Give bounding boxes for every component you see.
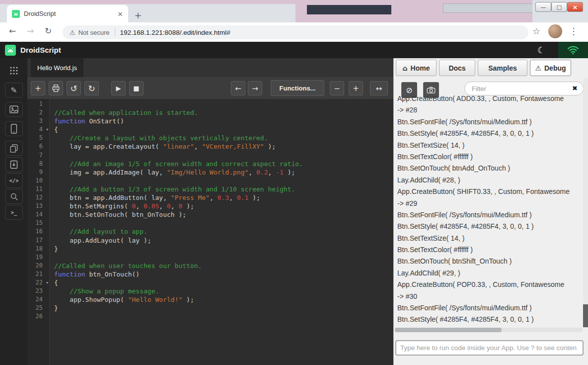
code-line[interactable]: function OnStart() [54,117,393,126]
code-line[interactable]: //Show a popup message. [54,287,393,296]
tab-debug[interactable]: ⚠ Debug [530,60,571,76]
code-line[interactable]: app.ShowPopup( "Hello World!" ); [54,296,393,304]
log-line[interactable]: Btn.SetFontFile( /Sys/fonts/mui/Medium.t… [397,116,582,128]
copy-button[interactable] [5,141,23,156]
close-window-button[interactable]: × [567,2,583,12]
code-snippets-button[interactable]: </> [5,173,23,188]
search-button[interactable] [5,189,23,204]
font-increase-button[interactable]: + [349,81,363,95]
log-line[interactable]: Btn.SetOnTouch( btnShift_OnTouch ) [397,256,582,267]
redo-button[interactable]: ↻ [84,81,99,95]
log-horizontal-scrollbar-thumb[interactable] [395,328,502,332]
file-tab[interactable]: Hello World.js [31,58,83,77]
log-line[interactable]: -> #30 [397,291,582,302]
undo-button[interactable]: ↺ [67,81,81,95]
code-line[interactable] [54,152,393,160]
code-line[interactable] [54,177,393,185]
code-line[interactable] [54,219,393,228]
log-line[interactable]: -> #29 [397,198,582,209]
log-line[interactable]: Btn.SetStyle( #4285F4, #4285F4, 3, 0, 0,… [397,128,582,139]
debug-log[interactable]: App.CreateButton( ADD0.33, , Custom, Fon… [397,93,582,326]
code-line[interactable] [54,100,393,109]
log-line[interactable]: Btn.SetStyle( #4285F4, #4285F4, 3, 0, 0,… [397,314,582,325]
tab-samples[interactable]: Samples [478,60,527,76]
log-line[interactable]: Lay.AddChild( #29, ) [397,268,582,279]
media-button[interactable] [5,102,23,117]
code-line[interactable]: //Add an image 1/5 of screen width and c… [54,160,393,169]
bookmark-star-icon[interactable]: ☆ [532,26,540,36]
log-line[interactable]: App.CreateButton( SHIFT0.33, , Custom, F… [397,186,582,197]
edit-button[interactable]: ✎ [5,83,23,97]
log-line[interactable]: Btn.SetTextColor( #ffffff ) [397,244,582,256]
run-button[interactable]: ▶ [111,81,126,95]
code-line[interactable]: //Add a button 1/3 of screen width and 1… [54,185,393,194]
filter-clear-icon[interactable]: ✖ [572,85,578,92]
log-line[interactable]: Btn.SetTextColor( #ffffff ) [397,151,582,163]
tab-close-icon[interactable]: × [117,10,123,18]
log-line[interactable]: Btn.SetStyle( #4285F4, #4285F4, 3, 0, 0,… [397,221,582,232]
code-line[interactable]: app.AddLayout( lay ); [54,237,393,245]
security-label[interactable]: Not secure [78,29,110,36]
code-line[interactable]: } [54,304,393,313]
tab-home[interactable]: ⌂ Home [396,60,437,76]
code-line[interactable] [54,313,393,321]
code-line[interactable] [54,254,393,262]
font-decrease-button[interactable]: − [330,81,344,95]
code-line[interactable]: btn.SetMargins( 0, 0.05, 0, 0 ); [54,202,393,211]
log-line[interactable]: -> #28 [397,104,582,116]
log-line[interactable]: App.CreateButton( ADD0.33, , Custom, Fon… [397,93,582,104]
apk-export-button[interactable] [5,157,23,172]
url-text[interactable]: 192.168.1.221:8088/.edit/index.html# [120,29,230,36]
fold-marker-icon[interactable]: ▾ [46,280,48,285]
log-line[interactable]: App.CreateButton( POP0.33, , Custom, Fon… [397,279,582,290]
console-input[interactable] [395,340,584,356]
code-line[interactable]: img = app.AddImage( lay, "Img/Hello Worl… [54,169,393,177]
dark-mode-moon-icon[interactable]: ☾ [537,45,545,55]
code-editor[interactable]: 1234▾5678910111213141516171819202122▾232… [27,99,393,365]
log-line[interactable]: Lay.AddChild( #28, ) [397,175,582,186]
log-line[interactable]: Btn.SetFontFile( /Sys/fonts/mui/Medium.t… [397,302,582,314]
code-line[interactable]: //Called when application is started. [54,109,393,117]
publish-button[interactable] [49,81,63,95]
tab-debug-label: Debug [544,64,566,72]
functions-dropdown[interactable]: Functions... [271,80,324,96]
log-line[interactable]: Btn.SetFontFile( /Sys/fonts/mui/Medium.t… [397,209,582,221]
code-line[interactable]: //Create a layout with objects verticall… [54,134,393,143]
log-line[interactable]: Btn.SetTextSize( 14, ) [397,140,582,151]
back-icon[interactable]: ← [9,26,16,36]
code-line[interactable]: btn.SetOnTouch( btn_OnTouch ); [54,211,393,219]
code-line[interactable]: //Add layout to app. [54,228,393,236]
nav-forward-button[interactable]: → [248,81,262,95]
browser-menu-icon[interactable]: ⋮ [569,26,578,36]
stop-button[interactable]: ■ [129,81,144,95]
browser-tab[interactable]: DroidScript × [7,5,128,22]
device-preview-button[interactable] [5,121,23,136]
nav-back-button[interactable]: ← [231,81,245,95]
code-line[interactable]: { [54,126,393,134]
code-line[interactable]: lay = app.CreateLayout( "linear", "VCent… [54,143,393,151]
reload-icon[interactable]: ↻ [45,26,52,36]
maximize-button[interactable]: □ [551,2,567,12]
tab-docs[interactable]: Docs [439,60,475,76]
log-vertical-scrollbar[interactable] [583,78,588,328]
avatar[interactable] [548,24,562,38]
log-line[interactable]: Btn.SetTextSize( 14, ) [397,233,582,244]
terminal-button[interactable]: >_ [5,205,23,220]
minimize-button[interactable]: — [535,2,551,12]
code-line[interactable]: { [54,279,393,287]
code-line[interactable]: //Called when user touches our button. [54,262,393,271]
code-line[interactable]: btn = app.AddButton( lay, "Press Me", 0.… [54,194,393,202]
log-vertical-scrollbar-thumb[interactable] [583,304,588,327]
add-file-button[interactable]: + [31,81,45,95]
new-tab-button[interactable]: + [132,9,144,21]
omnibox[interactable]: ⚠ Not secure 192.168.1.221:8088/.edit/in… [63,25,528,39]
code-line[interactable]: function btn_OnTouch() [54,271,393,279]
forward-icon[interactable]: → [27,26,34,36]
code-line[interactable]: } [54,245,393,254]
wifi-status-button[interactable] [558,42,588,58]
word-wrap-button[interactable]: ↔ [370,81,388,95]
code-lines[interactable]: //Called when application is started.fun… [50,99,393,365]
apps-grid-button[interactable] [5,63,23,78]
fold-marker-icon[interactable]: ▾ [46,127,48,132]
log-line[interactable]: Btn.SetOnTouch( btnAdd_OnTouch ) [397,163,582,174]
